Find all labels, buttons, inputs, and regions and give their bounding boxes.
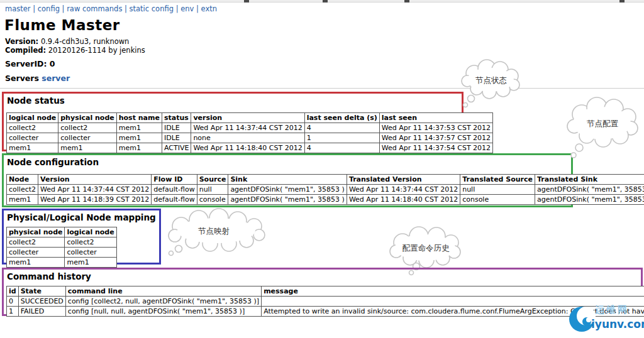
table-cell: collect2 — [7, 185, 38, 195]
table-cell: collect2 — [65, 237, 116, 248]
server-id-label: ServerID: — [5, 59, 47, 68]
table-cell: mem1 — [65, 258, 116, 268]
table-cell: IDLE — [162, 123, 191, 133]
nav-link-raw-commands[interactable]: raw commands — [67, 4, 122, 13]
cloud-label-command-history: 配置命令历史 — [402, 243, 450, 253]
table-cell: mem1 — [7, 258, 65, 268]
table-cell: config [null, null, agentDFOSink( "mem1"… — [65, 307, 261, 317]
table-cell: null — [460, 185, 535, 195]
column-header: Translated Source — [460, 175, 535, 185]
table-cell: Wed Apr 11 14:18:40 CST 2012 — [347, 195, 460, 205]
table-header-row: idStatecommand linemessage — [7, 286, 644, 297]
cropped-browser-strip — [0, 0, 644, 3]
nav-link-extn[interactable]: extn — [201, 4, 217, 13]
table-cell: Wed Apr 11 14:37:54 CST 2012 — [379, 143, 492, 153]
column-header: logical node — [7, 113, 58, 123]
cloud-label-node-configuration: 节点配置 — [587, 119, 619, 128]
table-row: collectercollectermem1IDLEnone1Wed Apr 1… — [7, 133, 493, 143]
strip-mark — [404, 0, 409, 3]
table-cell: 4 — [304, 143, 379, 153]
node-configuration-title: Node configuration — [7, 157, 571, 167]
column-header: message — [262, 286, 644, 297]
iyunv-watermark: 运维网 iyunv.com — [567, 303, 643, 337]
nav-separator: | — [194, 4, 201, 13]
compiled-line: Compiled: 20120126-1114 by jenkins — [5, 46, 145, 55]
version-label: Version: — [5, 37, 38, 46]
table-cell: collecter — [58, 133, 116, 143]
strip-mark — [619, 0, 625, 3]
table-header-row: logical nodephysical nodehost namestatus… — [7, 113, 493, 123]
server-id-line: ServerID: 0 — [5, 59, 55, 68]
nav-separator: | — [31, 4, 38, 13]
column-header: last seen — [379, 113, 492, 123]
column-header: version — [191, 113, 304, 123]
table-cell: 1 — [304, 133, 379, 143]
table-row: collect2Wed Apr 11 14:37:44 CST 2012defa… — [7, 185, 644, 195]
compiled-label: Compiled: — [5, 46, 46, 55]
column-header: Sink — [228, 175, 347, 185]
node-mapping-title: Physical/Logical Node mapping — [7, 212, 159, 222]
column-header: physical node — [7, 227, 65, 237]
table-cell: mem1 — [7, 195, 38, 205]
table-cell: 1 — [7, 307, 19, 317]
column-header: Version — [38, 175, 152, 185]
table-cell: collect2 — [7, 237, 65, 248]
column-header: State — [18, 286, 65, 297]
nav-separator: | — [122, 4, 129, 13]
strip-mark — [244, 0, 249, 3]
server-link[interactable]: server — [42, 74, 70, 83]
table-cell: collecter — [65, 248, 116, 258]
table-cell: Wed Apr 11 14:37:44 CST 2012 — [191, 123, 304, 133]
page-title: Flume Master — [4, 17, 120, 33]
table-cell: console — [197, 195, 228, 205]
table-cell: mem1 — [58, 143, 116, 153]
table-row: collect2collect2mem1IDLEWed Apr 11 14:37… — [7, 123, 493, 133]
watermark-cn-text: 运维网 — [595, 304, 629, 316]
column-header: physical node — [58, 113, 116, 123]
watermark-domain-text: iyunv.com — [591, 318, 644, 330]
nav-link-master[interactable]: master — [5, 4, 31, 13]
nav-link-env[interactable]: env — [180, 4, 194, 13]
nav-link-config[interactable]: config — [38, 4, 60, 13]
table-cell: null — [197, 185, 228, 195]
column-header: Flow ID — [152, 175, 197, 185]
table-row: collectercollecter — [7, 248, 117, 258]
node-status-table: logical nodephysical nodehost namestatus… — [6, 112, 493, 153]
command-history-table: idStatecommand linemessage0SUCCEEDEDconf… — [6, 286, 644, 317]
table-cell: agentDFOSink( "mem1", 35853 ) — [535, 195, 644, 205]
table-cell: none — [191, 133, 304, 143]
table-row: mem1mem1 — [7, 258, 117, 268]
table-cell: mem1 — [116, 143, 162, 153]
cloud-label-node-mapping: 节点映射 — [198, 226, 230, 236]
column-header: status — [162, 113, 191, 123]
table-cell: agentDFOSink( "mem1", 35853 ) — [228, 195, 347, 205]
table-cell: ACTIVE — [162, 143, 191, 153]
command-history-title: Command history — [7, 271, 641, 281]
nav-separator: | — [174, 4, 180, 13]
node-status-section: Node status logical nodephysical nodehos… — [2, 92, 464, 151]
table-header-row: NodeVersionFlow IDSourceSinkTranslated V… — [7, 175, 644, 185]
table-cell: console — [460, 195, 535, 205]
column-header: Node — [7, 175, 38, 185]
strip-mark — [323, 0, 328, 3]
node-configuration-section: Node configuration NodeVersionFlow IDSou… — [2, 153, 573, 207]
table-cell: collect2 — [7, 123, 58, 133]
cloud-annotation-node-mapping: 节点映射 — [161, 207, 273, 256]
command-history-section: Command history idStatecommand linemessa… — [2, 268, 643, 316]
table-cell: mem1 — [7, 143, 58, 153]
column-header: Source — [197, 175, 228, 185]
nav-link-static-config[interactable]: static config — [130, 4, 174, 13]
table-cell: default-flow — [152, 185, 197, 195]
table-cell: agentDFOSink( "mem1", 35853 ) — [228, 185, 347, 195]
table-cell: collect2 — [58, 123, 116, 133]
table-cell: mem1 — [116, 133, 162, 143]
table-cell: Wed Apr 11 14:37:44 CST 2012 — [347, 185, 460, 195]
column-header: Translated Sink — [535, 175, 644, 185]
servers-label: Servers — [5, 74, 39, 83]
table-row: mem1mem1mem1ACTIVEWed Apr 11 14:18:40 CS… — [7, 143, 493, 153]
column-header: Translated Version — [347, 175, 460, 185]
table-cell: config [collect2, null, agentDFOSink( "m… — [65, 297, 261, 307]
table-cell: Wed Apr 11 14:37:53 CST 2012 — [379, 123, 492, 133]
column-header: id — [7, 286, 19, 297]
table-cell: IDLE — [162, 133, 191, 143]
